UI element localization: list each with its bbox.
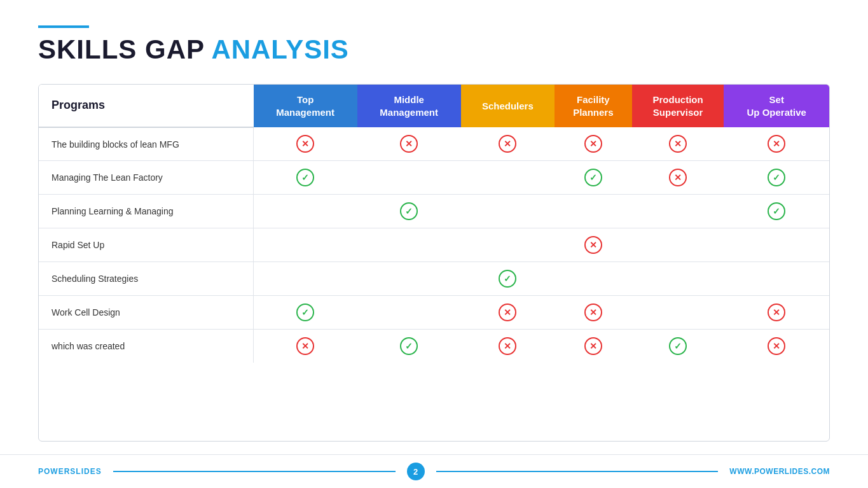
brand-part1: POWER bbox=[38, 467, 70, 476]
footer-page-number: 2 bbox=[407, 463, 425, 480]
cell-2-0 bbox=[254, 195, 357, 228]
check-icon: ✓ bbox=[296, 169, 314, 186]
cell-5-3: ✕ bbox=[555, 296, 632, 330]
program-name: Scheduling Strategies bbox=[39, 262, 254, 296]
cell-2-2 bbox=[461, 195, 555, 228]
footer: POWERSLIDES 2 WWW.POWERLIDES.COM bbox=[0, 454, 868, 488]
cell-6-0: ✕ bbox=[254, 330, 357, 363]
check-icon: ✓ bbox=[499, 270, 516, 288]
check-icon: ✓ bbox=[400, 337, 418, 355]
x-icon: ✕ bbox=[584, 135, 602, 153]
cell-2-1: ✓ bbox=[357, 195, 461, 228]
cell-3-5 bbox=[724, 228, 829, 262]
x-icon: ✕ bbox=[584, 236, 602, 254]
cell-6-5: ✕ bbox=[724, 330, 829, 363]
title-part1: SKILLS GAP bbox=[38, 34, 211, 64]
x-icon: ✕ bbox=[768, 337, 785, 355]
footer-website: WWW.POWERLIDES.COM bbox=[729, 467, 830, 476]
check-icon: ✓ bbox=[400, 202, 418, 220]
x-icon: ✕ bbox=[584, 337, 602, 355]
title-part2: ANALYSIS bbox=[211, 34, 349, 64]
cell-0-3: ✕ bbox=[555, 127, 632, 161]
footer-brand: POWERSLIDES bbox=[38, 467, 102, 476]
check-icon: ✓ bbox=[768, 169, 785, 186]
cell-6-4: ✓ bbox=[632, 330, 724, 363]
column-header-production: ProductionSupervisor bbox=[632, 85, 724, 127]
column-header-schedulers: Schedulers bbox=[461, 85, 555, 127]
program-name: Rapid Set Up bbox=[39, 228, 254, 262]
x-icon: ✕ bbox=[768, 135, 785, 153]
table-row: which was created✕✓✕✕✓✕ bbox=[39, 330, 829, 363]
cell-1-5: ✓ bbox=[724, 161, 829, 195]
cell-1-0: ✓ bbox=[254, 161, 357, 195]
column-header-setup: SetUp Operative bbox=[724, 85, 829, 127]
cell-1-1 bbox=[357, 161, 461, 195]
title-line bbox=[38, 25, 89, 28]
cell-0-5: ✕ bbox=[724, 127, 829, 161]
table-row: Work Cell Design✓✕✕✕ bbox=[39, 296, 829, 330]
x-icon: ✕ bbox=[669, 169, 687, 186]
x-icon: ✕ bbox=[584, 303, 602, 321]
column-header-facility: FacilityPlanners bbox=[555, 85, 632, 127]
x-icon: ✕ bbox=[499, 135, 516, 153]
cell-0-4: ✕ bbox=[632, 127, 724, 161]
cell-4-0 bbox=[254, 262, 357, 296]
programs-header: Programs bbox=[39, 85, 254, 127]
check-icon: ✓ bbox=[296, 303, 314, 321]
table-row: Managing The Lean Factory✓✓✕✓ bbox=[39, 161, 829, 195]
program-name: Managing The Lean Factory bbox=[39, 161, 254, 195]
cell-2-4 bbox=[632, 195, 724, 228]
cell-6-3: ✕ bbox=[555, 330, 632, 363]
cell-0-2: ✕ bbox=[461, 127, 555, 161]
program-name: which was created bbox=[39, 330, 254, 363]
cell-3-2 bbox=[461, 228, 555, 262]
brand-part2: SLIDES bbox=[70, 467, 101, 476]
cell-4-4 bbox=[632, 262, 724, 296]
cell-1-2 bbox=[461, 161, 555, 195]
page-title: SKILLS GAP ANALYSIS bbox=[38, 34, 830, 65]
cell-5-1 bbox=[357, 296, 461, 330]
table-row: Rapid Set Up✕ bbox=[39, 228, 829, 262]
table-row: Scheduling Strategies✓ bbox=[39, 262, 829, 296]
x-icon: ✕ bbox=[768, 303, 785, 321]
x-icon: ✕ bbox=[296, 135, 314, 153]
cell-1-4: ✕ bbox=[632, 161, 724, 195]
cell-0-0: ✕ bbox=[254, 127, 357, 161]
column-header-top-mgmt: TopManagement bbox=[254, 85, 357, 127]
cell-5-0: ✓ bbox=[254, 296, 357, 330]
cell-3-4 bbox=[632, 228, 724, 262]
cell-4-3 bbox=[555, 262, 632, 296]
table-row: Planning Learning & Managing✓✓ bbox=[39, 195, 829, 228]
check-icon: ✓ bbox=[584, 169, 602, 186]
skills-table: Programs TopManagementMiddleManagementSc… bbox=[39, 85, 829, 363]
cell-3-1 bbox=[357, 228, 461, 262]
program-name: The building blocks of lean MFG bbox=[39, 127, 254, 161]
program-name: Planning Learning & Managing bbox=[39, 195, 254, 228]
x-icon: ✕ bbox=[400, 135, 418, 153]
cell-3-0 bbox=[254, 228, 357, 262]
cell-1-3: ✓ bbox=[555, 161, 632, 195]
table-row: The building blocks of lean MFG✕✕✕✕✕✕ bbox=[39, 127, 829, 161]
footer-line-left bbox=[113, 471, 396, 472]
cell-4-2: ✓ bbox=[461, 262, 555, 296]
x-icon: ✕ bbox=[296, 337, 314, 355]
table-wrapper: Programs TopManagementMiddleManagementSc… bbox=[38, 84, 830, 442]
cell-2-3 bbox=[555, 195, 632, 228]
cell-5-2: ✕ bbox=[461, 296, 555, 330]
footer-line-right bbox=[436, 471, 719, 472]
x-icon: ✕ bbox=[499, 337, 516, 355]
cell-2-5: ✓ bbox=[724, 195, 829, 228]
program-name: Work Cell Design bbox=[39, 296, 254, 330]
cell-3-3: ✕ bbox=[555, 228, 632, 262]
check-icon: ✓ bbox=[669, 337, 687, 355]
page-container: SKILLS GAP ANALYSIS Programs TopManageme… bbox=[0, 0, 868, 488]
cell-4-1 bbox=[357, 262, 461, 296]
check-icon: ✓ bbox=[768, 202, 785, 220]
cell-5-4 bbox=[632, 296, 724, 330]
cell-4-5 bbox=[724, 262, 829, 296]
cell-5-5: ✕ bbox=[724, 296, 829, 330]
x-icon: ✕ bbox=[669, 135, 687, 153]
main-content: SKILLS GAP ANALYSIS Programs TopManageme… bbox=[0, 0, 868, 454]
x-icon: ✕ bbox=[499, 303, 516, 321]
column-header-middle-mgmt: MiddleManagement bbox=[357, 85, 461, 127]
